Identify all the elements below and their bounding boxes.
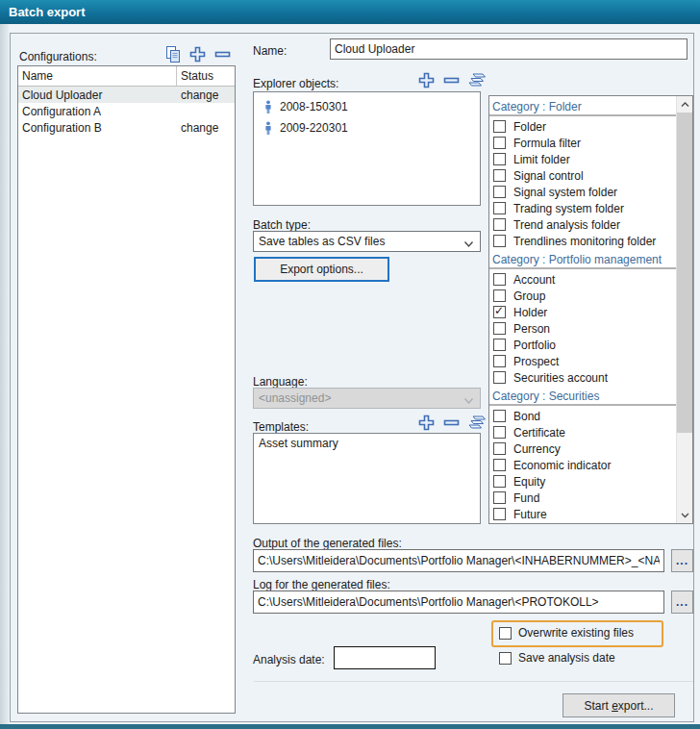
category-item[interactable]: Formula filter bbox=[489, 135, 676, 151]
start-export-label: Start export... bbox=[584, 699, 653, 713]
category-item[interactable]: Fund bbox=[489, 490, 676, 506]
column-header-status[interactable]: Status bbox=[176, 66, 235, 86]
export-options-button[interactable]: Export options... bbox=[254, 257, 389, 282]
save-analysis-date-checkbox[interactable] bbox=[499, 652, 512, 665]
column-header-name[interactable]: Name bbox=[18, 66, 176, 86]
category-item[interactable]: Person bbox=[489, 320, 676, 337]
save-analysis-date-row[interactable]: Save analysis date bbox=[499, 651, 615, 665]
browse-explorer-objects-button[interactable] bbox=[466, 71, 487, 89]
add-configuration-button[interactable] bbox=[188, 45, 208, 63]
category-checkbox[interactable] bbox=[493, 306, 506, 318]
category-item[interactable]: Limit folder bbox=[489, 151, 676, 167]
category-checkbox[interactable] bbox=[493, 202, 506, 214]
category-item[interactable]: Future bbox=[489, 506, 676, 522]
add-template-button[interactable] bbox=[416, 414, 437, 432]
category-checkbox[interactable] bbox=[493, 120, 506, 133]
start-export-button[interactable]: Start export... bbox=[562, 693, 675, 717]
category-item[interactable]: Trendlines monitoring folder bbox=[489, 233, 676, 249]
category-checkbox[interactable] bbox=[493, 426, 506, 439]
scrollbar-thumb[interactable] bbox=[677, 113, 692, 433]
explorer-item[interactable]: 2009-220301 bbox=[254, 117, 480, 138]
category-checkbox[interactable] bbox=[493, 273, 506, 286]
templates-list[interactable]: Asset summary bbox=[253, 433, 481, 524]
category-checkbox[interactable] bbox=[493, 442, 506, 455]
category-checkbox[interactable] bbox=[493, 410, 506, 422]
config-row[interactable]: Configuration B change bbox=[18, 119, 235, 136]
category-checkbox[interactable] bbox=[493, 371, 506, 384]
category-checkbox[interactable] bbox=[493, 322, 506, 335]
config-name: Configuration B bbox=[18, 121, 176, 135]
category-list[interactable]: Category : Folder Folder Formula filter … bbox=[488, 95, 693, 524]
category-checkbox[interactable] bbox=[493, 235, 506, 247]
category-checkbox[interactable] bbox=[493, 153, 506, 165]
category-item[interactable]: Group bbox=[489, 288, 676, 304]
config-row[interactable]: Configuration A bbox=[18, 103, 235, 119]
category-checkbox[interactable] bbox=[493, 459, 506, 471]
category-item[interactable]: Account bbox=[489, 271, 676, 288]
category-checkbox[interactable] bbox=[493, 339, 506, 351]
category-item[interactable]: Holder bbox=[489, 304, 676, 320]
log-path-input[interactable] bbox=[253, 591, 664, 614]
output-browse-button[interactable]: ... bbox=[671, 549, 693, 572]
category-item[interactable]: Trading system folder bbox=[489, 200, 676, 216]
category-checkbox[interactable] bbox=[493, 169, 506, 182]
explorer-objects-list[interactable]: 2008-150301 2009-220301 bbox=[253, 91, 481, 206]
category-checkbox[interactable] bbox=[493, 355, 506, 367]
scroll-down-button[interactable] bbox=[677, 507, 692, 523]
category-item[interactable]: Currency bbox=[489, 440, 676, 457]
category-checkbox[interactable] bbox=[493, 137, 506, 149]
language-label: Language: bbox=[253, 375, 308, 389]
category-item[interactable]: Prospect bbox=[489, 353, 676, 369]
batch-type-select[interactable]: Save tables as CSV files bbox=[253, 231, 481, 252]
scroll-up-button[interactable] bbox=[677, 96, 692, 113]
category-header: Category : Securities bbox=[489, 386, 676, 406]
category-item[interactable]: Certificate bbox=[489, 424, 676, 440]
overwrite-checkbox[interactable] bbox=[499, 627, 512, 640]
cascade-icon bbox=[467, 415, 487, 431]
log-files-label: Log for the generated files: bbox=[253, 578, 390, 591]
category-item[interactable]: Signal control bbox=[489, 167, 676, 184]
category-item[interactable]: Trend analysis folder bbox=[489, 216, 676, 233]
category-item[interactable]: Bond bbox=[489, 408, 676, 424]
category-item[interactable]: Securities account bbox=[489, 369, 676, 386]
template-item[interactable]: Asset summary bbox=[254, 434, 480, 453]
category-item[interactable]: Portfolio bbox=[489, 337, 676, 353]
remove-configuration-button[interactable] bbox=[212, 45, 233, 63]
batch-export-dialog: Batch export Configurations: Name Statu bbox=[0, 0, 700, 729]
explorer-item[interactable]: 2008-150301 bbox=[254, 96, 480, 117]
category-checkbox[interactable] bbox=[493, 218, 506, 231]
category-item-label: Person bbox=[513, 322, 550, 336]
analysis-date-input[interactable] bbox=[334, 646, 436, 669]
chevron-down-icon bbox=[463, 238, 474, 251]
category-checkbox[interactable] bbox=[493, 508, 506, 520]
category-checkbox[interactable] bbox=[493, 491, 506, 504]
category-checkbox[interactable] bbox=[493, 475, 506, 488]
batch-type-value: Save tables as CSV files bbox=[259, 235, 385, 248]
name-label: Name: bbox=[253, 44, 287, 58]
remove-explorer-object-button[interactable] bbox=[441, 71, 462, 89]
category-item-label: Holder bbox=[513, 306, 547, 319]
category-scrollbar[interactable] bbox=[676, 96, 692, 523]
remove-template-button[interactable] bbox=[441, 414, 462, 432]
configurations-list[interactable]: Name Status Cloud Uploader change Config… bbox=[17, 65, 236, 714]
name-input[interactable] bbox=[330, 38, 688, 60]
category-item-label: Account bbox=[513, 273, 555, 287]
category-item[interactable]: Economic indicator bbox=[489, 457, 676, 473]
config-row[interactable]: Cloud Uploader change bbox=[18, 87, 235, 103]
category-item[interactable]: Signal system folder bbox=[489, 184, 676, 200]
ellipsis-icon: ... bbox=[676, 597, 688, 607]
category-item[interactable]: Equity bbox=[489, 473, 676, 490]
output-path-input[interactable] bbox=[253, 549, 664, 572]
category-checkbox[interactable] bbox=[493, 289, 506, 302]
copy-configuration-button[interactable] bbox=[162, 45, 183, 63]
add-explorer-object-button[interactable] bbox=[416, 71, 437, 89]
browse-templates-button[interactable] bbox=[466, 414, 487, 432]
category-item[interactable]: Folder bbox=[489, 118, 676, 135]
category-header: Category : Folder bbox=[489, 96, 676, 116]
overwrite-checkbox-row[interactable]: Overwrite existing files bbox=[499, 626, 634, 640]
batch-type-label: Batch type: bbox=[253, 218, 311, 232]
explorer-toolbar bbox=[416, 71, 487, 89]
log-browse-button[interactable]: ... bbox=[671, 591, 693, 614]
category-checkbox[interactable] bbox=[493, 186, 506, 198]
minus-icon bbox=[213, 45, 232, 63]
